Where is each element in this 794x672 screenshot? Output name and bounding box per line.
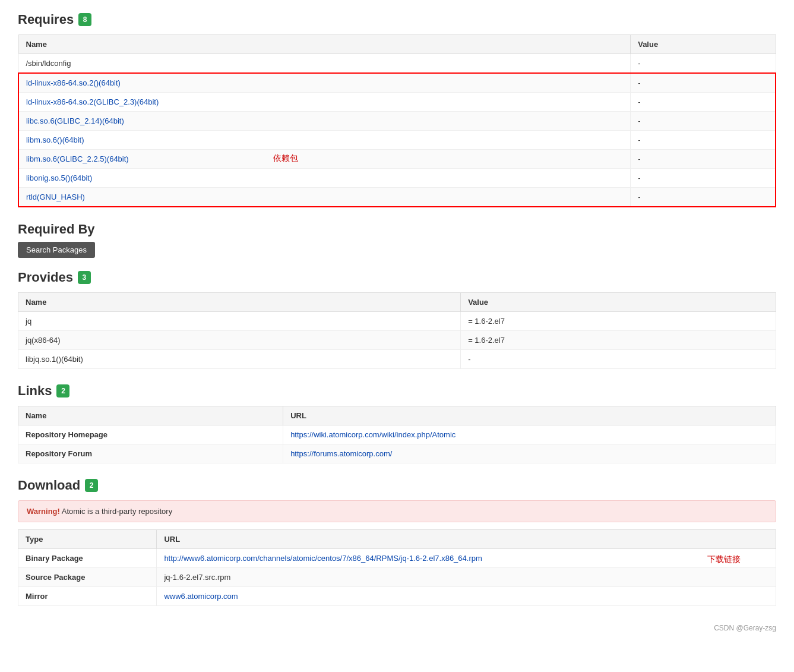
requires-name-cell: libc.so.6(GLIBC_2.14)(64bit) [18,112,631,131]
links-table: Name URL Repository Homepagehttps://wiki… [18,406,776,463]
requires-value-cell: - [631,54,776,74]
requires-name-cell: libm.so.6(GLIBC_2.2.5)(64bit) [18,150,631,169]
download-url-cell: http://www6.atomicorp.com/channels/atomi… [157,549,776,568]
requires-value-cell: - [631,131,776,150]
requires-col-name: Name [18,35,631,54]
requires-name-link[interactable]: libonig.so.5()(64bit) [26,173,92,182]
download-table-container: Type URL Binary Packagehttp://www6.atomi… [18,529,776,606]
table-row: libonig.so.5()(64bit)- [18,169,776,188]
links-url-link[interactable]: https://wiki.atomicorp.com/wiki/index.ph… [290,430,455,439]
footer-note: CSDN @Geray-zsg [18,624,776,632]
download-badge: 2 [85,479,98,492]
download-type-cell: Binary Package [18,549,157,568]
requires-name-link[interactable]: libm.so.6(GLIBC_2.2.5)(64bit) [26,154,129,163]
links-url-cell: https://wiki.atomicorp.com/wiki/index.ph… [283,425,776,444]
requires-table-container: Name Value /sbin/ldconfig-ld-linux-x86-6… [18,34,776,207]
download-section-title: Download 2 [18,478,776,493]
download-title-text: Download [18,478,80,493]
table-row: jq= 1.6-2.el7 [18,312,776,331]
table-row: libc.so.6(GLIBC_2.14)(64bit)- [18,112,776,131]
download-annotation: 下载链接 [707,554,741,565]
requires-section-title: Requires 8 [18,12,776,27]
requires-title-text: Requires [18,12,74,27]
download-url-link[interactable]: http://www6.atomicorp.com/channels/atomi… [164,554,482,563]
links-name-cell: Repository Homepage [18,425,283,444]
download-type-cell: Source Package [18,568,157,587]
requires-name-cell: /sbin/ldconfig [18,54,631,74]
requires-value-cell: - [631,150,776,169]
requires-col-value: Value [631,35,776,54]
requires-value-cell: - [631,188,776,207]
table-row: libjq.so.1()(64bit)- [18,350,776,369]
provides-name-cell: jq(x86-64) [18,331,461,350]
links-badge: 2 [56,384,69,397]
provides-badge: 3 [78,271,91,284]
table-row: ld-linux-x86-64.so.2()(64bit)- [18,73,776,93]
requires-value-cell: - [631,73,776,93]
requires-name-cell: ld-linux-x86-64.so.2(GLIBC_2.3)(64bit) [18,93,631,112]
table-row: Repository Homepagehttps://wiki.atomicor… [18,425,776,444]
download-url-cell: www6.atomicorp.com [157,587,776,606]
table-row: jq(x86-64)= 1.6-2.el7 [18,331,776,350]
warning-text: Atomic is a third-party repository [62,507,172,516]
provides-col-name: Name [18,293,461,312]
required-by-title-text: Required By [18,222,95,237]
table-row: ld-linux-x86-64.so.2(GLIBC_2.3)(64bit)- [18,93,776,112]
requires-name-link[interactable]: libm.so.6()(64bit) [26,135,84,144]
requires-badge: 8 [78,13,91,26]
download-row: Source Packagejq-1.6-2.el7.src.rpm [18,568,776,587]
provides-name-cell: jq [18,312,461,331]
requires-value-cell: - [631,112,776,131]
table-row: Repository Forumhttps://forums.atomicorp… [18,444,776,463]
provides-value-cell: - [461,350,776,369]
requires-name-link[interactable]: rtld(GNU_HASH) [26,193,85,201]
download-row: Mirrorwww6.atomicorp.com [18,587,776,606]
requires-table: Name Value /sbin/ldconfig-ld-linux-x86-6… [18,34,776,207]
requires-name-cell: libm.so.6()(64bit) [18,131,631,150]
requires-annotation: 依赖包 [273,153,298,164]
links-url-cell: https://forums.atomicorp.com/ [283,444,776,463]
table-row: /sbin/ldconfig- [18,54,776,74]
links-section-title: Links 2 [18,383,776,399]
provides-title-text: Provides [18,270,73,285]
provides-section-title: Provides 3 [18,270,776,285]
download-table: Type URL Binary Packagehttp://www6.atomi… [18,529,776,606]
requires-name-link[interactable]: ld-linux-x86-64.so.2()(64bit) [26,78,121,87]
download-type-cell: Mirror [18,587,157,606]
search-packages-button[interactable]: Search Packages [18,242,95,258]
links-title-text: Links [18,383,52,399]
links-url-link[interactable]: https://forums.atomicorp.com/ [290,449,392,458]
requires-name-link[interactable]: ld-linux-x86-64.so.2(GLIBC_2.3)(64bit) [26,97,159,106]
download-url-link[interactable]: www6.atomicorp.com [164,592,238,601]
requires-name-cell: rtld(GNU_HASH) [18,188,631,207]
warning-strong: Warning! [27,507,60,516]
table-row: libm.so.6()(64bit)- [18,131,776,150]
download-row: Binary Packagehttp://www6.atomicorp.com/… [18,549,776,568]
provides-col-value: Value [461,293,776,312]
table-row: rtld(GNU_HASH)- [18,188,776,207]
links-col-name: Name [18,406,283,425]
table-row: libm.so.6(GLIBC_2.2.5)(64bit)- [18,150,776,169]
provides-name-cell: libjq.so.1()(64bit) [18,350,461,369]
download-col-type: Type [18,530,157,549]
provides-table: Name Value jq= 1.6-2.el7jq(x86-64)= 1.6-… [18,292,776,369]
requires-name-link[interactable]: libc.so.6(GLIBC_2.14)(64bit) [26,116,124,125]
links-col-url: URL [283,406,776,425]
requires-name-cell: ld-linux-x86-64.so.2()(64bit) [18,73,631,93]
warning-box: Warning! Atomic is a third-party reposit… [18,500,776,522]
requires-value-cell: - [631,93,776,112]
links-name-cell: Repository Forum [18,444,283,463]
provides-value-cell: = 1.6-2.el7 [461,312,776,331]
required-by-section-title: Required By [18,222,776,237]
requires-name-cell: libonig.so.5()(64bit) [18,169,631,188]
provides-value-cell: = 1.6-2.el7 [461,331,776,350]
download-url-cell: jq-1.6-2.el7.src.rpm [157,568,776,587]
download-col-url: URL [157,530,776,549]
requires-value-cell: - [631,169,776,188]
